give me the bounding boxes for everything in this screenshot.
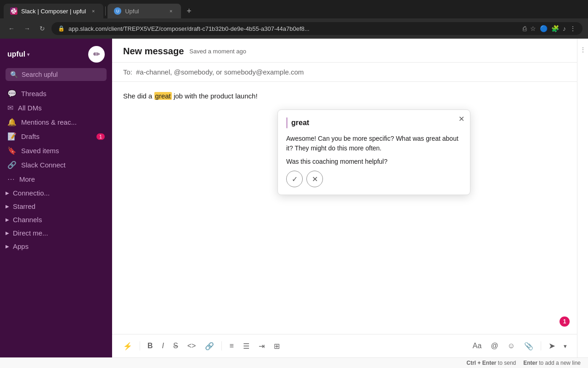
- dms-label: Direct me...: [13, 229, 107, 237]
- message-text-before: She did a: [123, 92, 154, 100]
- to-input[interactable]: #a-channel, @somebody, or somebody@examp…: [136, 68, 566, 76]
- starred-arrow-icon: ▶: [6, 204, 9, 209]
- mentions-icon: 🔔: [7, 118, 17, 126]
- search-bar[interactable]: 🔍 Search upful: [6, 68, 107, 81]
- workspace-name[interactable]: upful ▾: [7, 50, 29, 58]
- message-area: She did a great job with the product lau…: [112, 82, 577, 357]
- send-button[interactable]: ➤: [545, 338, 559, 354]
- format-button[interactable]: ⊞: [270, 339, 283, 353]
- more-label: More: [19, 175, 105, 183]
- to-field[interactable]: To: #a-channel, @somebody, or somebody@e…: [112, 63, 577, 82]
- drafts-icon: 📝: [7, 132, 17, 141]
- format-icon: ⊞: [274, 342, 280, 351]
- status-enter: Enter to add a new line: [523, 360, 581, 366]
- message-toolbar: ⚡ B I S <> 🔗: [112, 334, 577, 357]
- sidebar-section-apps[interactable]: ▶ Apps: [0, 240, 112, 253]
- sidebar-item-slack-connect[interactable]: 🔗 Slack Connect: [0, 158, 112, 172]
- ctrl-enter-action: to send: [498, 360, 516, 366]
- emoji-button[interactable]: ☺: [504, 339, 519, 353]
- coaching-close-button[interactable]: ✕: [458, 115, 464, 123]
- address-bar: ← → ↻ 🔒 app.slack.com/client/TREPX5VEZ/c…: [0, 18, 588, 39]
- ordered-list-button[interactable]: ≡: [226, 339, 237, 353]
- sidebar-section-starred[interactable]: ▶ Starred: [0, 200, 112, 213]
- sidebar: upful ▾ ✏ 🔍 Search upful 💬 Threads ✉: [0, 39, 112, 357]
- url-bar[interactable]: 🔒 app.slack.com/client/TREPX5VEZ/compose…: [51, 22, 582, 35]
- code-button[interactable]: <>: [184, 339, 200, 353]
- compose-icon: ✏: [93, 49, 100, 59]
- url-text: app.slack.com/client/TREPX5VEZ/composer/…: [68, 25, 519, 32]
- text-size-icon: Aa: [473, 342, 482, 350]
- close-icon: ✕: [458, 115, 464, 123]
- attachment-icon: 📎: [524, 342, 533, 351]
- puzzle-icon[interactable]: 🧩: [551, 25, 559, 32]
- channels-arrow-icon: ▶: [6, 217, 9, 222]
- sidebar-section-direct-messages[interactable]: ▶ Direct me...: [0, 226, 112, 240]
- upful-tab[interactable]: U Upful ×: [107, 4, 181, 18]
- tab-separator: [105, 6, 106, 16]
- text-size-button[interactable]: Aa: [469, 339, 486, 353]
- unordered-list-button[interactable]: ☰: [239, 339, 253, 353]
- counter-badge: 1: [560, 316, 570, 327]
- indent-icon: ⇥: [259, 342, 265, 351]
- sidebar-item-drafts[interactable]: 📝 Drafts 1: [0, 129, 112, 144]
- mention-button[interactable]: @: [487, 339, 502, 353]
- extension-icon[interactable]: 🔵: [540, 25, 548, 32]
- bookmark-icon[interactable]: ☆: [530, 25, 536, 32]
- sidebar-item-saved[interactable]: 🔖 Saved items: [0, 144, 112, 158]
- back-button[interactable]: ←: [6, 23, 17, 34]
- coaching-word: great: [291, 119, 309, 127]
- right-sidebar-handle[interactable]: ⋮: [577, 39, 588, 357]
- music-icon[interactable]: ♪: [563, 25, 566, 32]
- sidebar-item-mentions[interactable]: 🔔 Mentions & reac...: [0, 115, 112, 129]
- toolbar-sep-2: [221, 341, 222, 351]
- italic-button[interactable]: I: [158, 339, 168, 353]
- emoji-icon: ☺: [508, 342, 515, 350]
- bold-button[interactable]: B: [144, 339, 157, 353]
- indent-button[interactable]: ⇥: [255, 339, 268, 353]
- new-tab-button[interactable]: +: [183, 5, 195, 18]
- x-icon: ✕: [312, 175, 318, 184]
- attachment-button[interactable]: 📎: [520, 339, 537, 353]
- strikethrough-icon: S: [173, 342, 178, 350]
- sidebar-nav: 💬 Threads ✉ All DMs 🔔 Mentions & reac...…: [0, 85, 112, 357]
- send-dropdown-button[interactable]: ▾: [561, 340, 570, 352]
- handle-icon: ⋮: [580, 46, 586, 53]
- lightning-icon: ⚡: [123, 342, 132, 351]
- sidebar-section-channels[interactable]: ▶ Channels: [0, 213, 112, 226]
- coaching-no-button[interactable]: ✕: [306, 171, 323, 187]
- slack-tab-label: Slack | Composer | upful: [21, 8, 86, 15]
- toolbar-right: Aa @ ☺ 📎 ➤ ▾: [469, 338, 570, 354]
- forward-button[interactable]: →: [21, 23, 33, 34]
- upful-favicon: U: [114, 7, 121, 15]
- url-actions: ⎙ ☆ 🔵 🧩 ♪ ⋮: [523, 25, 576, 32]
- threads-icon: 💬: [7, 89, 17, 98]
- message-body[interactable]: She did a great job with the product lau…: [112, 82, 577, 334]
- sidebar-section-connections[interactable]: ▶ Connectio...: [0, 186, 112, 200]
- workspace-label: upful: [7, 50, 25, 58]
- slack-tab-close[interactable]: ×: [90, 7, 97, 15]
- more-browser-icon[interactable]: ⋮: [570, 25, 576, 32]
- sidebar-item-all-dms[interactable]: ✉ All DMs: [0, 101, 112, 115]
- search-icon: 🔍: [10, 71, 18, 78]
- main-panel: New message Saved a moment ago To: #a-ch…: [112, 39, 577, 357]
- refresh-button[interactable]: ↻: [37, 23, 48, 34]
- apps-label: Apps: [13, 242, 107, 250]
- slack-connect-icon: 🔗: [7, 161, 17, 169]
- sidebar-item-more[interactable]: ⋯ More: [0, 172, 112, 186]
- share-icon[interactable]: ⎙: [523, 25, 526, 32]
- link-icon: 🔗: [205, 342, 214, 351]
- upful-tab-close[interactable]: ×: [167, 7, 175, 15]
- compose-button[interactable]: ✏: [88, 46, 105, 63]
- lightning-button[interactable]: ⚡: [119, 339, 136, 353]
- mention-icon: @: [491, 342, 498, 350]
- message-highlighted-word: great: [154, 92, 172, 100]
- coaching-yes-button[interactable]: ✓: [286, 171, 303, 187]
- sidebar-item-threads[interactable]: 💬 Threads: [0, 86, 112, 101]
- slack-tab[interactable]: Slack | Composer | upful ×: [4, 4, 103, 18]
- slack-favicon: [10, 7, 17, 15]
- toolbar-sep-3: [541, 341, 541, 351]
- link-button[interactable]: 🔗: [201, 339, 218, 353]
- strikethrough-button[interactable]: S: [170, 339, 182, 353]
- composer-saved-status: Saved a moment ago: [189, 48, 246, 55]
- send-dropdown-icon: ▾: [564, 343, 567, 350]
